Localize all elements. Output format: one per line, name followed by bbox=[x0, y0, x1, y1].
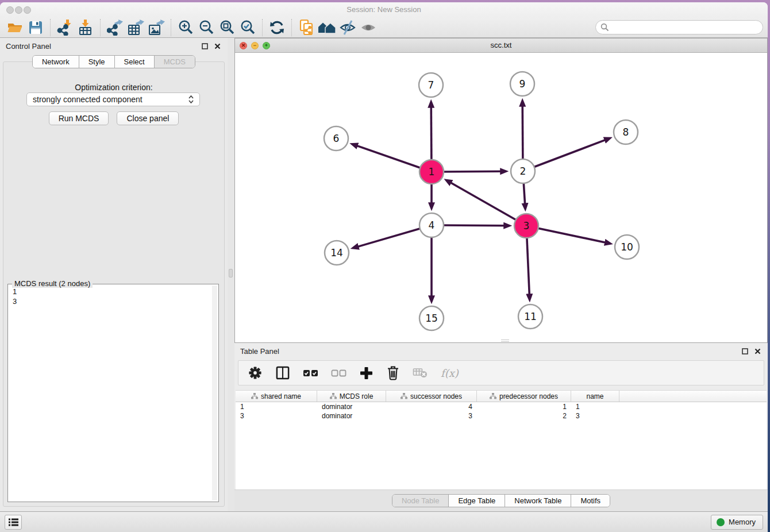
table-float-button[interactable] bbox=[740, 346, 749, 356]
float-panel-button[interactable] bbox=[200, 41, 209, 51]
table-row[interactable]: 3 dominator 3 2 3 bbox=[236, 411, 767, 421]
delete-table-button[interactable] bbox=[413, 367, 428, 379]
cell-predecessor-nodes[interactable]: 1 bbox=[477, 403, 571, 411]
export-network-icon bbox=[107, 20, 123, 36]
home-networks-button[interactable] bbox=[317, 19, 337, 36]
column-label: shared name bbox=[261, 392, 301, 400]
graph-node-label-3: 3 bbox=[523, 220, 530, 232]
tab-network-table[interactable]: Network Table bbox=[505, 495, 571, 507]
export-image-button[interactable] bbox=[146, 19, 167, 36]
app-title: Session: New Session bbox=[0, 5, 768, 14]
column-header-shared-name[interactable]: shared name bbox=[236, 391, 317, 402]
titlebar: Session: New Session bbox=[0, 2, 768, 17]
graph-node-label-9: 9 bbox=[519, 78, 526, 90]
open-session-button[interactable] bbox=[5, 19, 25, 36]
show-columns-button[interactable] bbox=[275, 365, 290, 380]
delete-column-button[interactable] bbox=[386, 365, 400, 381]
export-image-icon bbox=[148, 20, 165, 36]
right-column: ✕ − + scc.txt 7968124314101511 bbox=[234, 38, 768, 511]
zoom-fit-button[interactable] bbox=[217, 19, 237, 36]
network-window-title: scc.txt bbox=[235, 41, 767, 49]
graph-node-label-1: 1 bbox=[429, 166, 435, 178]
close-icon bbox=[754, 348, 761, 354]
column-label: predecessor nodes bbox=[499, 392, 558, 400]
houses-icon bbox=[317, 21, 337, 34]
tab-network[interactable]: Network bbox=[33, 56, 79, 68]
node-table: shared name MCDS role bbox=[236, 390, 767, 489]
close-panel-button[interactable] bbox=[213, 41, 222, 51]
show-panels-button[interactable] bbox=[358, 19, 379, 36]
cell-mcds-role[interactable]: dominator bbox=[317, 412, 386, 420]
graph-node-label-7: 7 bbox=[428, 79, 434, 91]
tab-mcds[interactable]: MCDS bbox=[155, 56, 195, 68]
column-header-mcds-role[interactable]: MCDS role bbox=[317, 391, 386, 402]
table-settings-button[interactable] bbox=[248, 365, 263, 380]
network-graph[interactable]: 7968124314101511 bbox=[235, 53, 766, 342]
zoom-selected-button[interactable] bbox=[237, 19, 258, 36]
graph-edges[interactable] bbox=[357, 106, 605, 296]
network-window-titlebar[interactable]: ✕ − + scc.txt bbox=[235, 38, 767, 53]
search-input[interactable] bbox=[609, 23, 758, 32]
splitter-handle[interactable] bbox=[229, 269, 233, 277]
close-panel-push-button[interactable]: Close panel bbox=[117, 111, 179, 125]
import-network-icon bbox=[57, 20, 73, 36]
cell-predecessor-nodes[interactable]: 2 bbox=[477, 412, 571, 420]
zoom-in-button[interactable] bbox=[175, 19, 196, 36]
result-scrollbar[interactable] bbox=[212, 286, 217, 500]
import-network-button[interactable] bbox=[55, 19, 75, 36]
zoom-in-icon bbox=[178, 20, 194, 35]
graph-node-label-10: 10 bbox=[621, 241, 633, 253]
hide-panels-button[interactable] bbox=[337, 19, 358, 36]
save-session-button[interactable] bbox=[25, 19, 46, 36]
graph-edge-3-1[interactable] bbox=[451, 183, 526, 226]
table-close-button[interactable] bbox=[753, 346, 762, 356]
result-line: 1 bbox=[13, 287, 17, 296]
tab-style[interactable]: Style bbox=[79, 56, 115, 68]
tab-motifs[interactable]: Motifs bbox=[571, 495, 610, 507]
export-table-button[interactable] bbox=[125, 19, 146, 36]
graph-node-label-6: 6 bbox=[333, 133, 340, 144]
import-table-icon bbox=[78, 20, 94, 36]
cell-name[interactable]: 1 bbox=[571, 403, 619, 411]
cell-shared-name[interactable]: 3 bbox=[236, 412, 317, 420]
task-history-button[interactable] bbox=[5, 515, 22, 530]
table-toolbar: f(x) bbox=[238, 360, 764, 385]
column-header-successor-nodes[interactable]: successor nodes bbox=[386, 391, 477, 402]
cell-shared-name[interactable]: 1 bbox=[236, 403, 317, 411]
hierarchy-icon bbox=[330, 393, 337, 399]
cell-name[interactable]: 3 bbox=[571, 412, 619, 420]
tab-edge-table[interactable]: Edge Table bbox=[449, 495, 505, 507]
memory-button[interactable]: Memory bbox=[711, 515, 763, 530]
cell-successor-nodes[interactable]: 3 bbox=[386, 412, 477, 420]
eye-slash-icon bbox=[339, 20, 356, 36]
cell-successor-nodes[interactable]: 4 bbox=[386, 403, 477, 411]
cell-mcds-role[interactable]: dominator bbox=[317, 403, 386, 411]
create-column-button[interactable] bbox=[359, 366, 374, 380]
unselect-all-columns-button[interactable] bbox=[331, 365, 346, 380]
tab-select[interactable]: Select bbox=[115, 56, 155, 68]
unchecked-boxes-icon bbox=[331, 365, 346, 380]
export-network-button[interactable] bbox=[105, 19, 125, 36]
import-table-button[interactable] bbox=[75, 19, 96, 36]
network-window-resize-handle[interactable] bbox=[501, 340, 509, 342]
function-builder-button[interactable]: f(x) bbox=[441, 367, 459, 379]
share-document-button[interactable] bbox=[296, 19, 317, 36]
refresh-layout-button[interactable] bbox=[267, 19, 287, 36]
graph-node-label-11: 11 bbox=[524, 311, 537, 322]
graph-node-label-2: 2 bbox=[520, 165, 526, 177]
select-all-columns-button[interactable] bbox=[303, 365, 318, 380]
column-header-name[interactable]: name bbox=[571, 391, 619, 402]
list-icon bbox=[9, 518, 18, 526]
criterion-dropdown[interactable]: strongly connected component bbox=[26, 92, 200, 106]
zoom-out-button[interactable] bbox=[196, 19, 217, 36]
toolbar-separator bbox=[262, 19, 263, 36]
table-row[interactable]: 1 dominator 4 1 1 bbox=[236, 402, 767, 411]
graph-edge-2-8[interactable] bbox=[523, 140, 605, 171]
network-canvas[interactable]: 7968124314101511 bbox=[235, 53, 767, 342]
tab-node-table[interactable]: Node Table bbox=[392, 495, 449, 507]
search-field[interactable] bbox=[595, 20, 763, 34]
status-bar: Memory bbox=[0, 511, 768, 532]
run-mcds-button[interactable]: Run MCDS bbox=[49, 111, 109, 125]
panel-splitter[interactable] bbox=[228, 38, 234, 511]
column-header-predecessor-nodes[interactable]: predecessor nodes bbox=[477, 391, 571, 402]
